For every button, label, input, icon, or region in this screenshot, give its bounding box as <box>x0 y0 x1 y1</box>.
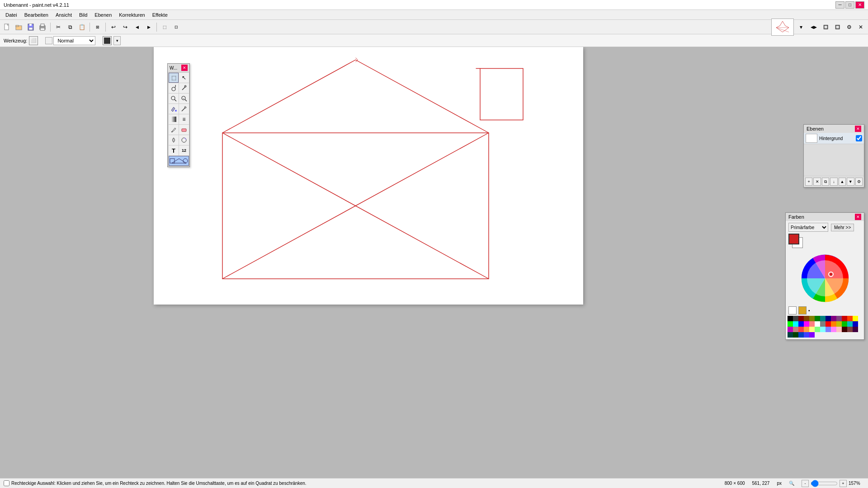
layers-close[interactable]: ✕ <box>855 126 861 132</box>
color-mode-select[interactable]: Primärfarbe Sekundärfarbe <box>788 223 828 232</box>
palette-color-swatch[interactable] <box>809 321 815 327</box>
palette-color-swatch[interactable] <box>847 321 853 327</box>
select-all-button[interactable]: ⬚ <box>159 22 170 33</box>
layer-properties-btn[interactable]: ⚙ <box>855 178 863 186</box>
tool-number[interactable]: 12 <box>179 145 189 155</box>
palette-color-swatch[interactable] <box>798 332 804 338</box>
add-layer-btn[interactable]: + <box>805 178 812 186</box>
blend-mode-select[interactable]: Normal Addieren Subtrahieren <box>53 36 95 45</box>
palette-color-swatch[interactable] <box>804 332 809 338</box>
colors-close[interactable]: ✕ <box>855 214 861 220</box>
drawing-canvas[interactable] <box>154 47 583 305</box>
menu-ebenen[interactable]: Ebenen <box>91 11 115 19</box>
palette-color-swatch[interactable] <box>831 327 836 332</box>
maximize-button[interactable]: □ <box>845 1 854 9</box>
history-down-button[interactable]: ▶ <box>143 22 154 33</box>
duplicate-layer-btn[interactable]: ⧉ <box>822 178 829 186</box>
palette-color-swatch[interactable] <box>826 321 831 327</box>
palette-color-swatch[interactable] <box>788 327 793 332</box>
tool-magic-wand[interactable] <box>179 83 189 93</box>
menu-effekte[interactable]: Effekte <box>149 11 171 19</box>
tool-lasso[interactable] <box>169 83 179 93</box>
palette-color-swatch[interactable] <box>826 316 831 321</box>
topright-close[interactable]: ✕ <box>855 22 866 33</box>
toolbox-title[interactable]: W... ✕ <box>168 64 189 72</box>
palette-color-swatch[interactable] <box>820 321 826 327</box>
palette-color-swatch[interactable] <box>798 321 804 327</box>
tool-shapes[interactable] <box>169 156 189 166</box>
layers-title[interactable]: Ebenen ✕ <box>804 125 864 133</box>
palette-color-swatch[interactable] <box>842 327 847 332</box>
zoom-slider[interactable] <box>811 480 838 487</box>
menu-ansicht[interactable]: Ansicht <box>52 11 75 19</box>
tool-recolor[interactable] <box>179 135 189 145</box>
move-up-btn[interactable]: ▲ <box>839 178 846 186</box>
tool-pencil[interactable] <box>169 125 179 135</box>
palette-color-swatch[interactable] <box>836 327 842 332</box>
undo-button[interactable]: ↩ <box>108 22 119 33</box>
menu-korrekturen[interactable]: Korrekturen <box>115 11 148 19</box>
menu-bild[interactable]: Bild <box>75 11 91 19</box>
palette-color-swatch[interactable] <box>847 316 853 321</box>
open-button[interactable] <box>14 22 24 33</box>
mehr-button[interactable]: Mehr >> <box>831 224 854 231</box>
cut-button[interactable]: ✂ <box>53 22 64 33</box>
palette-color-swatch[interactable] <box>847 327 853 332</box>
palette-color-swatch[interactable] <box>836 316 842 321</box>
menu-datei[interactable]: Datei <box>2 11 21 19</box>
palette-color-swatch[interactable] <box>793 332 798 338</box>
palette-color-swatch[interactable] <box>815 321 820 327</box>
zoom-in-btn[interactable]: + <box>840 480 847 487</box>
status-checkbox[interactable] <box>4 480 9 486</box>
tool-gradient[interactable] <box>169 114 179 124</box>
copy-button[interactable]: ⧉ <box>65 22 75 33</box>
palette-color-swatch[interactable] <box>836 321 842 327</box>
topright-btn1[interactable]: ◀▶ <box>808 22 819 33</box>
palette-color-swatch[interactable] <box>815 316 820 321</box>
palette-color-swatch[interactable] <box>804 327 809 332</box>
tool-zoom[interactable] <box>169 94 179 103</box>
preview-dropdown[interactable]: ▾ <box>796 22 807 33</box>
tool-paintbucket[interactable] <box>169 104 179 114</box>
minimize-button[interactable]: ─ <box>835 1 844 9</box>
palette-color-swatch[interactable] <box>853 321 858 327</box>
palette-color-swatch[interactable] <box>798 316 804 321</box>
palette-color-swatch[interactable] <box>809 327 815 332</box>
tool-brush[interactable]: ≡ <box>179 114 189 124</box>
save-button[interactable] <box>25 22 36 33</box>
palette-color-swatch[interactable] <box>793 316 798 321</box>
palette-color-swatch[interactable] <box>853 316 858 321</box>
palette-color-swatch[interactable] <box>842 321 847 327</box>
history-up-button[interactable]: ◀ <box>132 22 142 33</box>
tool-colorpicker[interactable] <box>179 104 189 114</box>
topright-settings[interactable]: ⚙ <box>844 22 854 33</box>
zoom-out-btn[interactable]: - <box>802 480 809 487</box>
palette-color-swatch[interactable] <box>809 316 815 321</box>
palette-color-swatch[interactable] <box>831 316 836 321</box>
canvas-area[interactable]: W... ✕ ⬚ ↖ + <box>0 47 868 478</box>
palette-color-swatch[interactable] <box>788 316 793 321</box>
palette-color-swatch[interactable] <box>831 321 836 327</box>
palette-color-swatch[interactable] <box>804 321 809 327</box>
tool-move[interactable]: ↖ <box>179 73 189 83</box>
crop-button[interactable]: ⊡ <box>171 22 182 33</box>
new-button[interactable] <box>2 22 13 33</box>
toolbox-close[interactable]: ✕ <box>181 65 188 71</box>
primary-color-swatch[interactable] <box>788 234 799 244</box>
color-dropdown[interactable]: ▾ <box>113 36 121 45</box>
palette-color-swatch[interactable] <box>798 327 804 332</box>
layer-visible-checkbox[interactable] <box>856 135 862 141</box>
deselect-button[interactable]: ⊠ <box>92 22 103 33</box>
palette-color-swatch[interactable] <box>842 316 847 321</box>
print-button[interactable] <box>37 22 48 33</box>
tool-eraser[interactable] <box>179 125 189 135</box>
palette-color-swatch[interactable] <box>804 316 809 321</box>
redo-button[interactable]: ↪ <box>120 22 131 33</box>
delete-layer-btn[interactable]: ✕ <box>813 178 821 186</box>
topright-btn2[interactable]: 🔲 <box>820 22 831 33</box>
tool-text[interactable]: T <box>169 145 179 155</box>
tool-rect-select[interactable]: ⬚ <box>169 73 179 83</box>
color-wheel[interactable] <box>800 253 850 303</box>
palette-color-swatch[interactable] <box>788 332 793 338</box>
palette-color-swatch[interactable] <box>826 327 831 332</box>
